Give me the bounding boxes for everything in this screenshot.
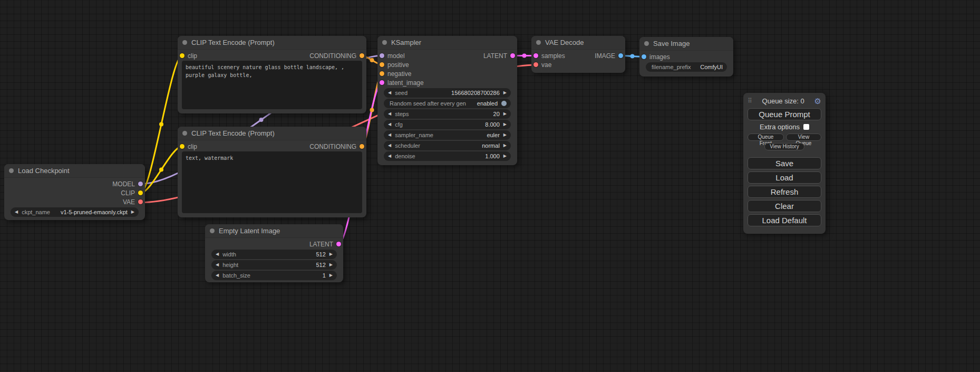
settings-gear-icon[interactable]: ⚙: [814, 97, 821, 105]
widget-steps[interactable]: ◀ steps 20 ▶: [384, 109, 511, 119]
increment-arrow-icon[interactable]: ▶: [503, 122, 507, 127]
decrement-arrow-icon[interactable]: ◀: [388, 112, 391, 116]
decrement-arrow-icon[interactable]: ◀: [388, 154, 391, 158]
view-history-button[interactable]: View History: [764, 143, 804, 150]
widget-denoise[interactable]: ◀ denoise 1.000 ▶: [384, 151, 511, 161]
input-dot-samples[interactable]: [533, 53, 538, 58]
input-dot-images[interactable]: [642, 54, 646, 59]
load-default-button[interactable]: Load Default: [748, 214, 821, 226]
input-dot-model[interactable]: [380, 53, 384, 58]
widget-random-seed-toggle[interactable]: Random seed after every gen enabled: [384, 99, 511, 108]
widget-value: 512: [316, 251, 325, 257]
node-title-bar[interactable]: Empty Latent Image: [205, 224, 343, 238]
node-title: Save Image: [653, 40, 690, 47]
widget-ckpt-name[interactable]: ◀ ckpt_name v1-5-pruned-emaonly.ckpt ▶: [11, 207, 139, 217]
input-dot-latent-image[interactable]: [380, 80, 384, 85]
link-midpoint-dot: [370, 108, 374, 112]
output-dot-conditioning[interactable]: [360, 144, 364, 149]
link-midpoint-dot: [370, 58, 374, 62]
save-button[interactable]: Save: [748, 157, 821, 169]
node-title-bar[interactable]: Save Image: [639, 37, 733, 51]
collapse-dot-icon[interactable]: [382, 40, 387, 45]
node-empty-latent-image[interactable]: Empty Latent Image LATENT ◀ width 512 ▶ …: [205, 224, 343, 282]
slot-row: images: [639, 52, 733, 61]
widget-sampler-name[interactable]: ◀ sampler_name euler ▶: [384, 130, 511, 140]
queue-prompt-button[interactable]: Queue Prompt: [748, 108, 821, 120]
widget-batch-size[interactable]: ◀ batch_size 1 ▶: [211, 271, 337, 280]
output-dot-latent[interactable]: [510, 53, 515, 58]
refresh-button[interactable]: Refresh: [748, 186, 821, 198]
node-clip-text-encode-negative[interactable]: CLIP Text Encode (Prompt) clip CONDITION…: [178, 127, 366, 217]
widget-width[interactable]: ◀ width 512 ▶: [211, 250, 337, 259]
widget-value: euler: [487, 132, 499, 138]
collapse-dot-icon[interactable]: [182, 40, 187, 45]
clear-button[interactable]: Clear: [748, 200, 821, 212]
input-dot-clip[interactable]: [180, 53, 185, 58]
load-button[interactable]: Load: [748, 171, 821, 184]
decrement-arrow-icon[interactable]: ◀: [216, 273, 219, 278]
output-dot-latent[interactable]: [336, 242, 341, 246]
node-clip-text-encode-positive[interactable]: CLIP Text Encode (Prompt) clip CONDITION…: [178, 36, 366, 113]
output-dot-conditioning[interactable]: [360, 53, 364, 58]
output-dot-image[interactable]: [618, 53, 623, 58]
collapse-dot-icon[interactable]: [182, 131, 187, 136]
decrement-arrow-icon[interactable]: ◀: [388, 91, 391, 95]
node-vae-decode[interactable]: VAE Decode samples IMAGE vae: [531, 36, 625, 73]
input-label-samples: samples: [541, 52, 565, 60]
node-save-image[interactable]: Save Image images filename_prefix ComfyU…: [639, 37, 733, 77]
negative-prompt-textarea[interactable]: text, watermark: [182, 151, 362, 213]
input-dot-vae[interactable]: [533, 62, 538, 67]
collapse-dot-icon[interactable]: [536, 40, 541, 45]
toggle-knob-icon[interactable]: [501, 101, 507, 106]
output-dot-clip[interactable]: [138, 190, 143, 195]
increment-arrow-icon[interactable]: ▶: [503, 133, 507, 137]
increment-arrow-icon[interactable]: ▶: [503, 144, 507, 148]
decrement-arrow-icon[interactable]: ◀: [216, 252, 219, 256]
node-title-bar[interactable]: VAE Decode: [531, 36, 625, 50]
collapse-dot-icon[interactable]: [644, 41, 649, 46]
input-dot-clip[interactable]: [180, 144, 185, 149]
decrement-arrow-icon[interactable]: ◀: [216, 263, 219, 267]
node-title-bar[interactable]: Load Checkpoint: [4, 164, 145, 178]
output-dot-model[interactable]: [138, 182, 143, 186]
node-title-bar[interactable]: CLIP Text Encode (Prompt): [178, 36, 366, 50]
link-midpoint-dot: [522, 54, 527, 58]
widget-label: sampler_name: [395, 132, 433, 138]
output-dot-vae[interactable]: [138, 199, 143, 204]
slot-row: CLIP: [4, 188, 145, 197]
decrement-arrow-icon[interactable]: ◀: [388, 133, 391, 137]
input-dot-positive[interactable]: [380, 62, 384, 67]
increment-arrow-icon[interactable]: ▶: [503, 91, 507, 95]
output-label-clip: CLIP: [121, 189, 135, 197]
comfy-canvas[interactable]: Load Checkpoint MODEL CLIP VAE: [0, 0, 980, 372]
collapse-dot-icon[interactable]: [210, 228, 215, 233]
increment-arrow-icon[interactable]: ▶: [329, 263, 333, 267]
node-title-bar[interactable]: CLIP Text Encode (Prompt): [178, 127, 366, 140]
node-ksampler[interactable]: KSampler model LATENT positive: [377, 36, 517, 165]
increment-arrow-icon[interactable]: ▶: [329, 273, 333, 278]
widget-height[interactable]: ◀ height 512 ▶: [211, 260, 337, 270]
node-load-checkpoint[interactable]: Load Checkpoint MODEL CLIP VAE: [4, 164, 145, 220]
widget-seed[interactable]: ◀ seed 156680208700286 ▶: [384, 88, 511, 98]
slot-row: vae: [531, 60, 625, 69]
increment-arrow-icon[interactable]: ▶: [503, 112, 507, 116]
increment-arrow-icon[interactable]: ▶: [503, 154, 507, 158]
queue-front-button[interactable]: Queue Front: [748, 133, 784, 141]
increment-arrow-icon[interactable]: ▶: [329, 252, 333, 256]
node-title-bar[interactable]: KSampler: [377, 36, 517, 50]
decrement-arrow-icon[interactable]: ◀: [388, 144, 391, 148]
input-dot-negative[interactable]: [380, 71, 384, 76]
widget-cfg[interactable]: ◀ cfg 8.000 ▶: [384, 120, 511, 129]
widget-value: 1.000: [485, 153, 500, 159]
view-queue-button[interactable]: View Queue: [786, 133, 821, 141]
positive-prompt-textarea[interactable]: beautiful scenery nature glass bottle la…: [182, 61, 362, 109]
widget-filename-prefix[interactable]: filename_prefix ComfyUI: [646, 62, 727, 72]
decrement-arrow-icon[interactable]: ◀: [15, 210, 18, 214]
widget-value: 20: [493, 111, 500, 117]
extra-options-checkbox[interactable]: [803, 124, 809, 130]
increment-arrow-icon[interactable]: ▶: [131, 210, 134, 214]
widget-scheduler[interactable]: ◀ scheduler normal ▶: [384, 141, 511, 150]
decrement-arrow-icon[interactable]: ◀: [388, 122, 391, 127]
collapse-dot-icon[interactable]: [9, 168, 14, 173]
drag-handle-icon[interactable]: ⠿: [748, 98, 752, 104]
